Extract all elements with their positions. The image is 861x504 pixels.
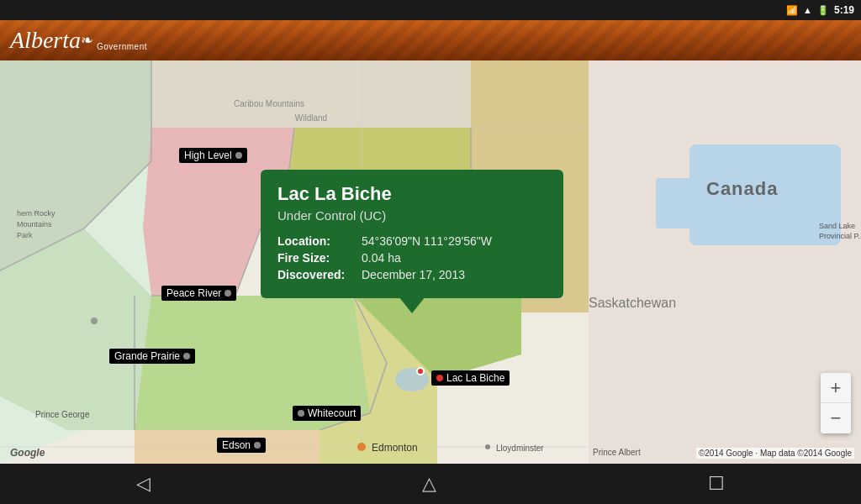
location-label: Location: <box>277 234 362 248</box>
svg-point-19 <box>357 443 366 451</box>
high-level-dot <box>235 152 242 159</box>
saskatchewan-label: Saskatchewan <box>589 296 676 311</box>
discovered-label: Discovered: <box>277 268 362 281</box>
high-level-text: High Level <box>184 150 232 161</box>
whitecourt-dot <box>298 410 304 417</box>
peace-river-text: Peace River <box>166 287 221 299</box>
recents-button[interactable]: ☐ <box>691 466 742 501</box>
home-button[interactable]: △ <box>405 466 453 501</box>
edson-label: Edson <box>217 438 266 453</box>
discovered-value: December 17, 2013 <box>362 268 547 281</box>
grande-prairie-text: Grande Prairie <box>114 350 180 362</box>
status-time: 5:19 <box>834 4 854 16</box>
fire-size-label: Fire Size: <box>277 251 362 265</box>
popup-title: Lac La Biche <box>277 183 547 205</box>
fire-size-value: 0.04 ha <box>362 251 547 265</box>
zoom-out-button[interactable]: − <box>821 403 851 433</box>
popup-details: Location: 54°36'09"N 111°29'56"W Fire Si… <box>277 234 547 281</box>
svg-text:Mountains: Mountains <box>17 220 52 228</box>
battery-icon: 🔋 <box>817 5 829 16</box>
location-value: 54°36'09"N 111°29'56"W <box>362 234 547 248</box>
svg-text:Edmonton: Edmonton <box>372 442 418 454</box>
edson-dot <box>254 442 261 449</box>
zoom-controls: + − <box>821 373 851 433</box>
google-logo: Google <box>10 447 45 459</box>
svg-text:hern Rocky: hern Rocky <box>17 209 55 218</box>
svg-text:Prince George: Prince George <box>35 410 90 419</box>
svg-point-38 <box>91 318 98 324</box>
svg-text:Sand Lake: Sand Lake <box>819 222 855 230</box>
back-button[interactable]: ◁ <box>119 466 167 501</box>
svg-text:Wildland: Wildland <box>295 113 327 123</box>
edson-text: Edson <box>222 439 251 451</box>
grande-prairie-label: Grande Prairie <box>109 349 195 364</box>
wifi-icon: 📶 <box>786 5 798 16</box>
status-bar: 📶 ▲ 🔋 5:19 <box>0 0 861 20</box>
lac-la-biche-label-dot <box>436 375 443 381</box>
google-attribution: ©2014 Google · Map data ©2014 Google <box>696 448 854 459</box>
logo-squiggle: ❧ <box>81 31 93 50</box>
fire-marker[interactable] <box>416 367 425 375</box>
logo-text: Alberta <box>10 27 81 54</box>
nav-bar: ◁ △ ☐ <box>0 464 861 504</box>
svg-point-21 <box>485 444 490 449</box>
svg-text:Prince Albert: Prince Albert <box>593 448 641 457</box>
svg-text:Provincial P...: Provincial P... <box>819 232 861 240</box>
popup-status: Under Control (UC) <box>277 208 547 223</box>
peace-river-dot <box>224 290 231 297</box>
whitecourt-text: Whitecourt <box>308 407 356 419</box>
popup-card[interactable]: Lac La Biche Under Control (UC) Location… <box>261 170 563 298</box>
lac-la-biche-label: Lac La Biche <box>431 370 510 386</box>
lac-la-biche-label-text: Lac La Biche <box>446 372 504 384</box>
whitecourt-label: Whitecourt <box>293 406 361 421</box>
canada-label: Canada <box>706 178 778 200</box>
grande-prairie-dot <box>183 353 190 360</box>
svg-text:Lloydminster: Lloydminster <box>496 444 544 453</box>
high-level-label: High Level <box>179 148 247 163</box>
map-container[interactable]: Edmonton Lloydminster Prince George Camr… <box>0 60 861 464</box>
svg-text:Park: Park <box>17 231 33 239</box>
app-header: Alberta ❧ Government <box>0 20 861 60</box>
logo-subtitle: Government <box>97 42 147 51</box>
peace-river-label: Peace River <box>161 286 236 301</box>
svg-text:Caribou Mountains: Caribou Mountains <box>234 99 304 108</box>
zoom-in-button[interactable]: + <box>821 373 851 403</box>
signal-icon: ▲ <box>803 5 812 15</box>
